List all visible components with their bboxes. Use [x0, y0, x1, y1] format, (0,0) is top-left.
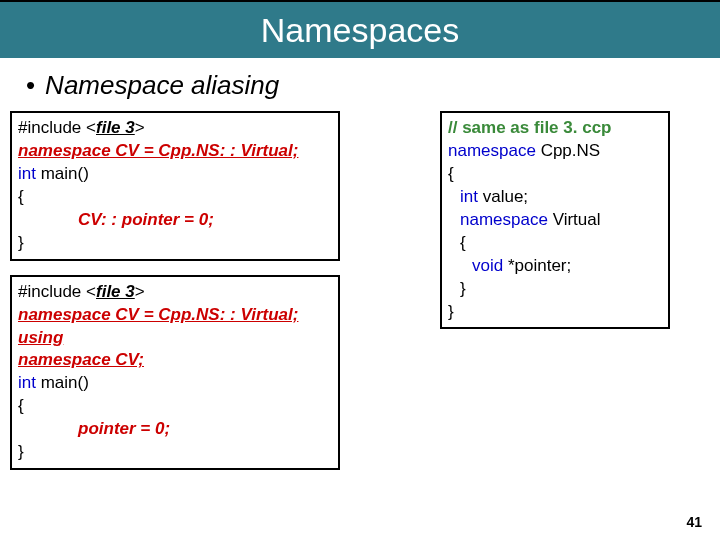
- code-text: value;: [483, 187, 528, 206]
- code-line: int main(): [18, 372, 332, 395]
- code-line: #include <file 3>: [18, 281, 332, 304]
- code-text: main(): [41, 164, 89, 183]
- code-line: }: [448, 278, 662, 301]
- bullet-icon: •: [26, 70, 35, 100]
- code-text: using: [18, 328, 63, 347]
- code-text: #include: [18, 118, 81, 137]
- code-text: int: [18, 164, 36, 183]
- code-line: void *pointer;: [448, 255, 662, 278]
- code-text: *pointer;: [508, 256, 571, 275]
- code-text: namespace: [448, 141, 536, 160]
- code-text: namespace CV = Cpp.NS: : Virtual;: [18, 305, 298, 324]
- code-line: CV: : pointer = 0;: [18, 209, 332, 232]
- code-line: int main(): [18, 163, 332, 186]
- content-area: #include <file 3> namespace CV = Cpp.NS:…: [0, 111, 720, 470]
- code-line: {: [448, 163, 662, 186]
- code-line: {: [18, 395, 332, 418]
- code-text: main(): [41, 373, 89, 392]
- code-text: file 3: [96, 282, 135, 301]
- code-text: int: [18, 373, 36, 392]
- code-text: Cpp.NS: [541, 141, 601, 160]
- code-text: namespace: [460, 210, 548, 229]
- code-line: pointer = 0;: [18, 418, 332, 441]
- slide-title-bar: Namespaces: [0, 0, 720, 58]
- code-line: int value;: [448, 186, 662, 209]
- code-line: }: [18, 232, 332, 255]
- code-line: // same as file 3. ccp: [448, 117, 662, 140]
- code-text: >: [135, 282, 145, 301]
- subtitle-text: Namespace aliasing: [45, 70, 279, 100]
- page-number: 41: [686, 514, 702, 530]
- code-box-1: #include <file 3> namespace CV = Cpp.NS:…: [10, 111, 340, 261]
- code-line: namespace Virtual: [448, 209, 662, 232]
- code-line: {: [18, 186, 332, 209]
- code-text: void: [472, 256, 503, 275]
- right-column: // same as file 3. ccp namespace Cpp.NS …: [440, 111, 670, 470]
- slide-title: Namespaces: [261, 11, 459, 50]
- left-column: #include <file 3> namespace CV = Cpp.NS:…: [10, 111, 340, 470]
- code-box-2: #include <file 3> namespace CV = Cpp.NS:…: [10, 275, 340, 471]
- code-line: }: [448, 301, 662, 324]
- code-line: namespace CV = Cpp.NS: : Virtual;: [18, 140, 332, 163]
- code-line: namespace CV = Cpp.NS: : Virtual; using: [18, 304, 332, 350]
- code-text: >: [135, 118, 145, 137]
- code-text: <: [86, 282, 96, 301]
- code-text: int: [460, 187, 478, 206]
- code-text: Virtual: [553, 210, 601, 229]
- slide-subtitle: •Namespace aliasing: [26, 70, 720, 101]
- code-text: file 3: [96, 118, 135, 137]
- code-line: {: [448, 232, 662, 255]
- code-text: <: [86, 118, 96, 137]
- code-line: }: [18, 441, 332, 464]
- code-line: namespace CV;: [18, 349, 332, 372]
- code-box-3: // same as file 3. ccp namespace Cpp.NS …: [440, 111, 670, 329]
- code-line: namespace Cpp.NS: [448, 140, 662, 163]
- code-line: #include <file 3>: [18, 117, 332, 140]
- code-text: #include: [18, 282, 81, 301]
